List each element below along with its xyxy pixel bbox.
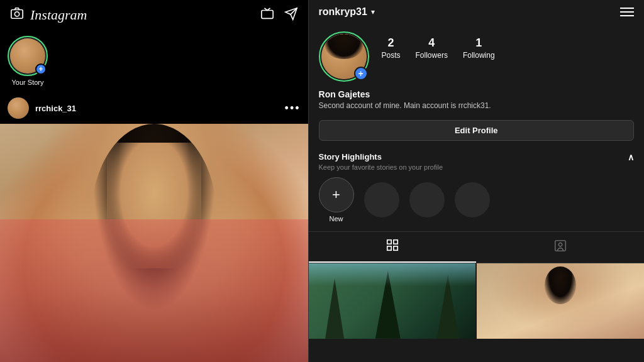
highlight-placeholder-1 xyxy=(364,182,399,217)
your-story-label: Your Story xyxy=(12,79,44,86)
highlights-collapse-icon[interactable]: ∧ xyxy=(628,152,634,162)
profile-full-name: Ron Gajetes xyxy=(319,89,634,99)
highlights-row: + New xyxy=(319,177,634,222)
followers-count: 4 xyxy=(428,36,435,50)
highlight-new-item[interactable]: + New xyxy=(319,177,354,222)
highlights-title-row: Story Highlights ∧ xyxy=(319,152,634,162)
highlight-new-label: New xyxy=(330,215,343,222)
highlights-subtitle: Keep your favorite stories on your profi… xyxy=(319,163,634,171)
feed-item-header: rrchick_31 ••• xyxy=(0,92,308,124)
followers-label: Followers xyxy=(416,51,448,60)
svg-rect-7 xyxy=(555,241,565,251)
send-icon[interactable] xyxy=(284,7,298,23)
grid-photo-1-bg xyxy=(309,263,476,339)
hamburger-menu[interactable] xyxy=(620,8,634,16)
left-header: Instagram xyxy=(0,0,308,30)
svg-rect-2 xyxy=(261,10,272,18)
sky-overlay xyxy=(309,263,476,286)
svg-point-1 xyxy=(14,12,19,16)
profile-section: + 2 Posts 4 Followers 1 Following xyxy=(309,24,644,89)
tab-grid[interactable] xyxy=(309,232,477,263)
svg-rect-4 xyxy=(394,240,397,244)
grid-tab-icon xyxy=(386,238,399,255)
username-row: ronkryp31 ▾ xyxy=(319,6,375,18)
hair-hint xyxy=(545,266,576,304)
tagged-tab-icon xyxy=(553,239,567,256)
header-icons xyxy=(260,7,298,23)
feed-username: rrchick_31 xyxy=(35,104,76,113)
your-story-item[interactable]: + Your Story xyxy=(8,36,48,86)
profile-tab-bar xyxy=(309,231,644,263)
posts-label: Posts xyxy=(382,51,401,60)
instagram-logo: Instagram xyxy=(30,7,87,23)
profile-avatar-wrapper[interactable]: + xyxy=(319,31,369,82)
username-chevron-icon[interactable]: ▾ xyxy=(371,8,375,16)
feed-item-left: rrchick_31 xyxy=(8,97,76,119)
stat-followers[interactable]: 4 Followers xyxy=(416,36,448,60)
svg-rect-0 xyxy=(11,10,23,19)
svg-rect-6 xyxy=(394,246,397,250)
grid-photo-2[interactable] xyxy=(477,263,644,339)
story-highlights-section: Story Highlights ∧ Keep your favorite st… xyxy=(309,147,644,226)
profile-bio: Ron Gajetes Second account of mine. Main… xyxy=(309,89,644,118)
edit-profile-button[interactable]: Edit Profile xyxy=(319,120,634,141)
feed-mini-avatar xyxy=(8,97,29,119)
tv-icon[interactable] xyxy=(260,7,274,23)
camera-icon[interactable] xyxy=(10,6,24,23)
feed-photo xyxy=(0,124,308,362)
grid-photo-2-bg xyxy=(477,263,644,339)
highlights-title-text: Story Highlights xyxy=(319,152,382,162)
highlight-new-circle: + xyxy=(319,177,354,212)
profile-description: Second account of mine. Main account is … xyxy=(319,101,634,111)
svg-rect-3 xyxy=(387,240,391,244)
highlight-new-plus-icon: + xyxy=(332,187,340,203)
grid-photo-1[interactable] xyxy=(309,263,476,339)
right-panel: ronkryp31 ▾ + 2 Posts xyxy=(309,0,644,362)
right-header: ronkryp31 ▾ xyxy=(309,0,644,24)
feed-more-icon[interactable]: ••• xyxy=(285,102,301,115)
svg-point-8 xyxy=(558,243,562,246)
profile-hair xyxy=(325,34,363,59)
tree-1 xyxy=(325,278,344,339)
stat-posts: 2 Posts xyxy=(382,36,401,60)
left-header-left: Instagram xyxy=(10,6,87,23)
feed-photo-bg xyxy=(0,124,308,362)
stat-following[interactable]: 1 Following xyxy=(463,36,495,60)
posts-count: 2 xyxy=(388,36,394,50)
tab-tagged[interactable] xyxy=(476,232,644,263)
profile-add-story-icon[interactable]: + xyxy=(354,67,368,80)
following-count: 1 xyxy=(475,36,482,50)
svg-rect-5 xyxy=(387,246,391,250)
photo-grid xyxy=(309,263,644,362)
hamburger-line-3 xyxy=(620,15,634,16)
profile-username: ronkryp31 xyxy=(319,6,367,18)
highlight-placeholder-3 xyxy=(455,182,490,217)
your-story-avatar-wrapper: + xyxy=(8,36,48,76)
hamburger-line-2 xyxy=(620,11,634,13)
story-add-icon[interactable]: + xyxy=(35,63,47,75)
highlight-placeholder-2 xyxy=(409,182,445,217)
following-label: Following xyxy=(463,51,495,60)
profile-stats: 2 Posts 4 Followers 1 Following xyxy=(382,31,495,60)
story-row: + Your Story xyxy=(0,30,308,92)
left-panel: Instagram xyxy=(0,0,308,362)
body-overlay xyxy=(0,219,308,362)
hamburger-line-1 xyxy=(620,8,634,9)
